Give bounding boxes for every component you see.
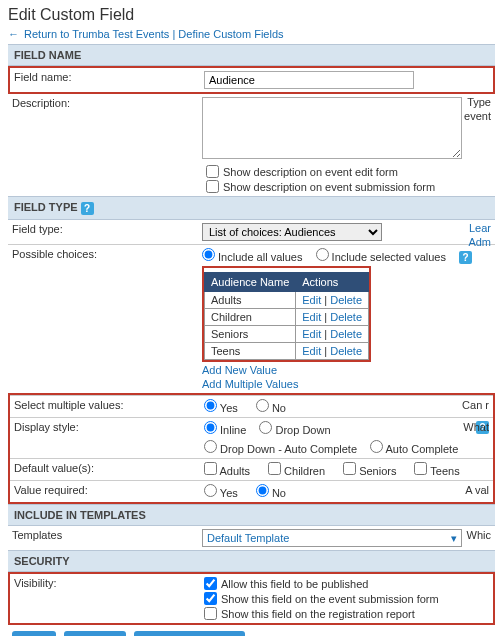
cb-default-children[interactable] <box>268 462 281 475</box>
cb-show-desc-edit-label: Show description on event edit form <box>223 166 398 178</box>
section-include-templates: INCLUDE IN TEMPLATES <box>8 504 495 526</box>
delete-link[interactable]: Delete <box>330 345 362 357</box>
label-select-multiple: Select multiple values: <box>14 399 204 411</box>
templates-select[interactable]: Default Template <box>202 529 462 547</box>
hint-type: Type <box>467 96 491 108</box>
label-description: Description: <box>12 97 202 109</box>
col-audience-name: Audience Name <box>205 273 296 292</box>
label-possible-choices: Possible choices: <box>12 248 202 260</box>
section-security: SECURITY <box>8 550 495 572</box>
admin-link[interactable]: Adm <box>468 236 491 248</box>
section-field-name: FIELD NAME <box>8 44 495 66</box>
edit-link[interactable]: Edit <box>302 311 321 323</box>
nav-define-link[interactable]: Define Custom Fields <box>178 28 283 40</box>
radio-vr-no[interactable] <box>256 484 269 497</box>
radio-ds-dropdown-auto[interactable] <box>204 440 217 453</box>
label-templates: Templates <box>12 529 202 541</box>
back-arrow-icon: ← <box>8 28 19 40</box>
radio-ds-dropdown[interactable] <box>259 421 272 434</box>
label-field-type: Field type: <box>12 223 202 235</box>
breadcrumb: ← Return to Trumba Test Events | Define … <box>8 28 495 40</box>
help-icon[interactable]: ? <box>459 251 472 264</box>
cb-show-submission[interactable] <box>204 592 217 605</box>
delete-link[interactable]: Delete <box>330 294 362 306</box>
label-display-style: Display style: <box>14 421 204 433</box>
add-multiple-values-link[interactable]: Add Multiple Values <box>202 378 298 390</box>
field-name-input[interactable] <box>204 71 414 89</box>
radio-sm-yes[interactable] <box>204 399 217 412</box>
table-row: Children Edit | Delete <box>205 309 369 326</box>
radio-ds-auto[interactable] <box>370 440 383 453</box>
radio-vr-yes[interactable] <box>204 484 217 497</box>
hint-which: Whic <box>467 529 491 541</box>
radio-sm-no[interactable] <box>256 399 269 412</box>
cb-default-adults[interactable] <box>204 462 217 475</box>
delete-link[interactable]: Delete <box>330 311 362 323</box>
choices-table: Audience Name Actions Adults Edit | Dele… <box>204 272 369 360</box>
label-visibility: Visibility: <box>14 577 204 589</box>
cb-default-seniors[interactable] <box>343 462 356 475</box>
col-actions: Actions <box>296 273 369 292</box>
radio-include-all[interactable] <box>202 248 215 261</box>
ok-button[interactable]: OK <box>12 631 56 636</box>
label-value-required: Value required: <box>14 484 204 496</box>
field-type-select[interactable]: List of choices: Audiences <box>202 223 382 241</box>
cb-show-desc-edit[interactable] <box>206 165 219 178</box>
page-title: Edit Custom Field <box>8 6 495 24</box>
cb-allow-publish[interactable] <box>204 577 217 590</box>
edit-link[interactable]: Edit <box>302 345 321 357</box>
edit-link[interactable]: Edit <box>302 328 321 340</box>
label-field-name: Field name: <box>14 71 204 83</box>
cb-show-registration[interactable] <box>204 607 217 620</box>
edit-link[interactable]: Edit <box>302 294 321 306</box>
cb-show-desc-submission[interactable] <box>206 180 219 193</box>
nav-return-link[interactable]: Return to Trumba Test Events <box>24 28 169 40</box>
table-row: Seniors Edit | Delete <box>205 326 369 343</box>
cancel-button[interactable]: Cancel <box>64 631 126 636</box>
label-default-values: Default value(s): <box>14 462 204 474</box>
cb-default-teens[interactable] <box>414 462 427 475</box>
radio-include-selected[interactable] <box>316 248 329 261</box>
hint-what: What <box>463 421 489 433</box>
table-row: Teens Edit | Delete <box>205 343 369 360</box>
section-field-type: FIELD TYPE ? <box>8 196 495 220</box>
hint-canr: Can r <box>462 399 489 411</box>
help-icon[interactable]: ? <box>81 202 94 215</box>
description-textarea[interactable] <box>202 97 462 159</box>
add-new-value-link[interactable]: Add New Value <box>202 364 277 376</box>
delete-link[interactable]: Delete <box>330 328 362 340</box>
radio-ds-inline[interactable] <box>204 421 217 434</box>
cb-show-desc-submission-label: Show description on event submission for… <box>223 181 435 193</box>
delete-field-button[interactable]: Delete This Field <box>134 631 244 636</box>
hint-event: event <box>464 110 491 122</box>
learn-link[interactable]: Lear <box>469 222 491 234</box>
table-row: Adults Edit | Delete <box>205 292 369 309</box>
hint-aval: A val <box>465 484 489 496</box>
